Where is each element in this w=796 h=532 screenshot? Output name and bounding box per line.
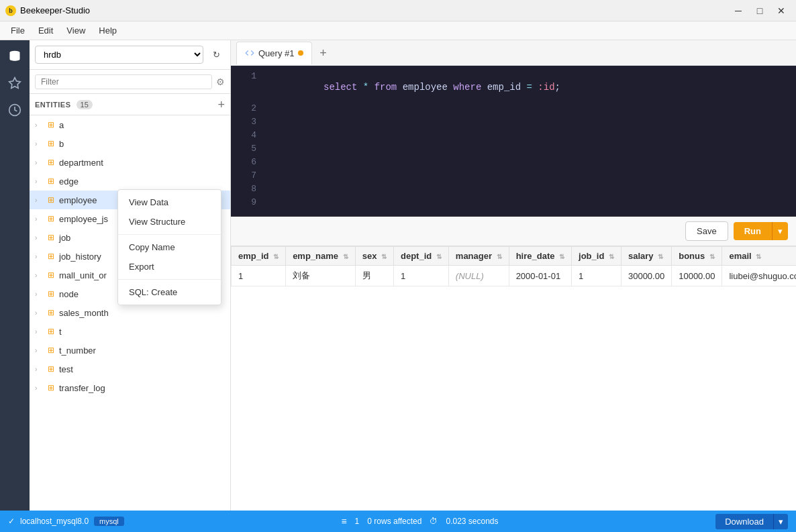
entity-item-edge[interactable]: › ⊞ edge xyxy=(30,172,230,191)
col-salary[interactable]: salary ⇅ xyxy=(621,247,671,266)
filter-input[interactable] xyxy=(35,74,212,89)
ctx-view-data[interactable]: View Data xyxy=(118,193,221,212)
tab-modified-indicator xyxy=(298,50,303,56)
entity-item-sales_month[interactable]: › ⊞ sales_month xyxy=(30,303,230,322)
minimize-button[interactable]: ─ xyxy=(729,4,748,17)
entity-list: › ⊞ a › ⊞ b › ⊞ department › ⊞ edge › ⊞ … xyxy=(30,115,230,511)
ctx-export[interactable]: Export xyxy=(118,257,221,276)
entity-item-a[interactable]: › ⊞ a xyxy=(30,115,230,134)
run-button-group: Run ▾ xyxy=(734,222,788,240)
table-header-row: emp_id ⇅ emp_name ⇅ sex ⇅ dept_id ⇅ mana… xyxy=(232,247,797,266)
app-logo: b xyxy=(5,5,16,16)
entity-chevron: › xyxy=(35,197,43,204)
ctx-copy-name[interactable]: Copy Name xyxy=(118,237,221,257)
context-menu: View Data View Structure Copy Name Expor… xyxy=(117,189,221,305)
col-email[interactable]: email ⇅ xyxy=(722,247,796,266)
col-hire_date[interactable]: hire_date ⇅ xyxy=(509,247,571,266)
entity-name: a xyxy=(59,120,64,130)
code-line-1: 1 select * from employee where emp_id = … xyxy=(231,71,796,103)
entities-header: ENTITIES 15 + xyxy=(30,94,230,115)
col-job_id[interactable]: job_id ⇅ xyxy=(572,247,621,266)
menu-edit[interactable]: Edit xyxy=(33,23,58,38)
col-bonus[interactable]: bonus ⇅ xyxy=(672,247,722,266)
menu-help[interactable]: Help xyxy=(93,23,122,38)
col-sex[interactable]: sex ⇅ xyxy=(355,247,393,266)
code-line-3: 3 xyxy=(231,117,796,130)
sidebar-favorites-icon[interactable] xyxy=(4,72,26,94)
table-row: 1刘备男1(NULL)2000-01-01130000.0010000.00li… xyxy=(232,266,797,286)
query-tab-1[interactable]: Query #1 xyxy=(236,42,312,64)
entity-item-t[interactable]: › ⊞ t xyxy=(30,322,230,341)
sidebar-history-icon[interactable] xyxy=(4,99,26,121)
icon-sidebar xyxy=(0,40,30,511)
entity-item-test[interactable]: › ⊞ test xyxy=(30,360,230,378)
entity-chevron: › xyxy=(35,347,43,354)
ctx-divider-2 xyxy=(118,279,221,280)
add-tab-button[interactable]: + xyxy=(315,45,331,61)
col-dept_id[interactable]: dept_id ⇅ xyxy=(393,247,448,266)
entity-item-transfer_log[interactable]: › ⊞ transfer_log xyxy=(30,378,230,397)
status-left: ✓ localhost_mysql8.0 mysql xyxy=(8,517,124,526)
entity-name: transfer_log xyxy=(59,383,105,393)
download-dropdown-button[interactable]: ▾ xyxy=(773,514,788,529)
entity-chevron: › xyxy=(35,309,43,317)
code-line-2: 2 xyxy=(231,103,796,117)
entity-item-t_number[interactable]: › ⊞ t_number xyxy=(30,341,230,360)
sidebar-database-icon[interactable] xyxy=(4,46,26,67)
entity-table-icon: ⊞ xyxy=(46,139,56,148)
refresh-button[interactable]: ↻ xyxy=(207,46,225,64)
entity-item-b[interactable]: › ⊞ b xyxy=(30,134,230,153)
download-button[interactable]: Download xyxy=(715,514,773,529)
query-tabs: Query #1 + xyxy=(231,40,796,66)
save-button[interactable]: Save xyxy=(685,221,728,241)
entity-chevron: › xyxy=(35,234,43,242)
close-button[interactable]: ✕ xyxy=(772,4,791,17)
menu-file[interactable]: File xyxy=(5,23,30,38)
entity-table-icon: ⊞ xyxy=(46,252,56,261)
entity-chevron: › xyxy=(35,178,43,185)
entity-table-icon: ⊞ xyxy=(46,233,56,242)
rows-affected-text: 0 rows affected xyxy=(367,517,421,526)
col-emp_id[interactable]: emp_id ⇅ xyxy=(232,247,286,266)
results-info: ≡ 1 0 rows affected ⏱ 0.023 seconds xyxy=(341,516,498,527)
connection-name: localhost_mysql8.0 xyxy=(20,517,89,526)
menu-view[interactable]: View xyxy=(61,23,91,38)
database-select[interactable]: hrdb xyxy=(35,46,203,64)
code-editor[interactable]: 1 select * from employee where emp_id = … xyxy=(231,66,796,217)
app-title: Beekeeper-Studio xyxy=(20,5,90,15)
add-entity-button[interactable]: + xyxy=(217,99,225,111)
entities-label: ENTITIES xyxy=(35,101,71,109)
filter-icon[interactable]: ⚙ xyxy=(216,76,225,87)
download-button-group: Download ▾ xyxy=(715,514,788,529)
status-bar: ✓ localhost_mysql8.0 mysql ≡ 1 0 rows af… xyxy=(0,511,796,532)
cell-hire_date: 2000-01-01 xyxy=(509,266,571,286)
cell-emp_id: 1 xyxy=(232,266,286,286)
ctx-sql-create[interactable]: SQL: Create xyxy=(118,282,221,302)
entity-chevron: › xyxy=(35,384,43,392)
results-count: 1 xyxy=(355,517,360,526)
status-right: Download ▾ xyxy=(715,514,788,529)
entity-item-department[interactable]: › ⊞ department xyxy=(30,153,230,172)
col-emp_name[interactable]: emp_name ⇅ xyxy=(286,247,356,266)
entity-name: t_number xyxy=(59,345,96,356)
results-tbody: 1刘备男1(NULL)2000-01-01130000.0010000.00li… xyxy=(232,266,797,286)
entity-table-icon: ⊞ xyxy=(46,308,56,317)
entity-chevron: › xyxy=(35,140,43,148)
entity-name: employee_js xyxy=(59,214,108,224)
entity-table-icon: ⊞ xyxy=(46,327,56,336)
col-manager[interactable]: manager ⇅ xyxy=(448,247,509,266)
entity-chevron: › xyxy=(35,159,43,166)
editor-toolbar: Save Run ▾ xyxy=(231,217,796,246)
results-area[interactable]: emp_id ⇅ emp_name ⇅ sex ⇅ dept_id ⇅ mana… xyxy=(231,246,796,511)
entity-chevron: › xyxy=(35,328,43,335)
title-bar: b Beekeeper-Studio ─ □ ✕ xyxy=(0,0,796,21)
code-line-8: 8 xyxy=(231,184,796,197)
entity-name: node xyxy=(59,289,79,299)
run-button[interactable]: Run xyxy=(734,222,772,240)
code-line-7: 7 xyxy=(231,170,796,184)
maximize-button[interactable]: □ xyxy=(750,4,769,17)
ctx-divider-1 xyxy=(118,234,221,235)
cell-manager: (NULL) xyxy=(448,266,509,286)
run-dropdown-button[interactable]: ▾ xyxy=(772,222,788,240)
ctx-view-structure[interactable]: View Structure xyxy=(118,212,221,231)
